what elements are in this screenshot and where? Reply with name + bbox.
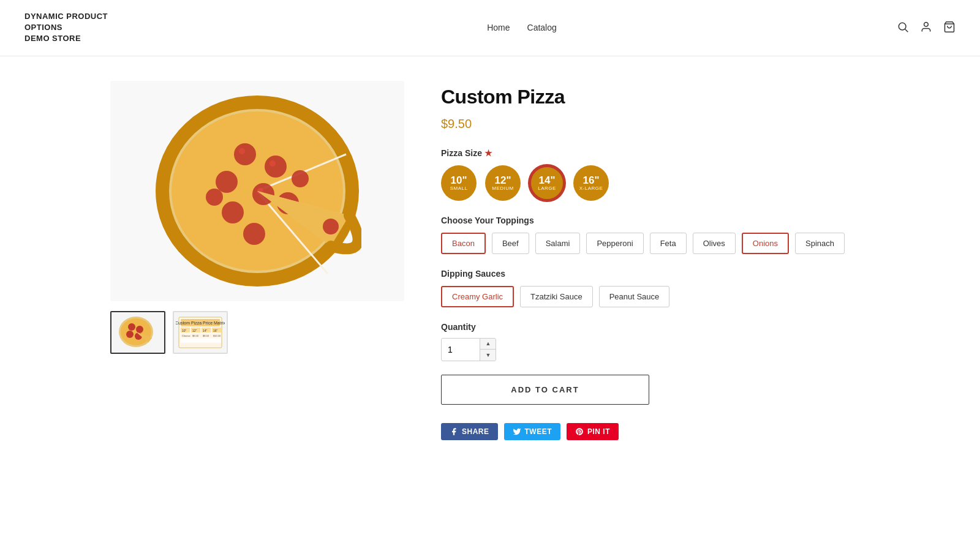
svg-line-1 [905, 29, 908, 32]
svg-text:14": 14" [203, 329, 208, 332]
share-pinterest-button[interactable]: PIN IT [567, 423, 619, 440]
add-to-cart-button[interactable]: ADD TO CART [441, 375, 649, 405]
sauce-peanut[interactable]: Peanut Sauce [599, 286, 670, 307]
sauces-buttons: Creamy Garlic Tzatziki Sauce Peanut Sauc… [441, 286, 870, 307]
topping-salami[interactable]: Salami [535, 233, 581, 254]
svg-point-18 [239, 148, 245, 154]
size-options: 10" SMALL 12" MEDIUM 14" LARGE 16" X-LAR… [441, 165, 870, 201]
toppings-label: Choose Your Toppings [441, 216, 870, 225]
sauces-section: Dipping Sauces Creamy Garlic Tzatziki Sa… [441, 269, 870, 307]
size-10[interactable]: 10" SMALL [441, 165, 477, 201]
pizza-size-label: Pizza Size★ [441, 148, 870, 158]
toppings-section: Choose Your Toppings Bacon Beef Salami P… [441, 216, 870, 254]
size-12[interactable]: 12" MEDIUM [485, 165, 521, 201]
cart-icon[interactable] [943, 21, 956, 35]
nav-catalog[interactable]: Catalog [527, 23, 557, 32]
svg-text:Cheese: Cheese [182, 334, 191, 337]
quantity-label: Quantity [441, 322, 870, 332]
svg-point-11 [216, 171, 238, 193]
svg-text:Custom Pizza Price Matrix: Custom Pizza Price Matrix [176, 321, 225, 325]
share-facebook-button[interactable]: SHARE [441, 423, 498, 440]
svg-point-9 [234, 143, 256, 165]
product-details: Custom Pizza $9.50 Pizza Size★ 10" SMALL… [441, 81, 870, 440]
main-nav: Home Catalog [487, 23, 557, 32]
svg-text:$8.50: $8.50 [203, 334, 209, 337]
svg-point-0 [899, 23, 906, 30]
product-price: $9.50 [441, 117, 870, 131]
nav-home[interactable]: Home [487, 23, 510, 32]
quantity-down[interactable]: ▼ [480, 350, 496, 361]
login-icon[interactable] [920, 21, 932, 35]
svg-point-13 [222, 201, 244, 223]
svg-point-15 [243, 223, 265, 245]
quantity-input[interactable] [442, 340, 480, 359]
svg-point-2 [924, 22, 929, 26]
store-name: DYNAMIC PRODUCT OPTIONS DEMO STORE [24, 11, 147, 45]
thumbnail-1[interactable] [110, 311, 165, 354]
topping-spinach[interactable]: Spinach [795, 233, 845, 254]
svg-point-17 [292, 170, 309, 187]
thumbnail-2[interactable]: Custom Pizza Price Matrix 10" 12" 14" 16… [173, 311, 228, 354]
svg-text:10": 10" [182, 329, 187, 332]
pizza-size-section: Pizza Size★ 10" SMALL 12" MEDIUM 14" LAR… [441, 148, 870, 201]
svg-point-26 [126, 331, 134, 338]
svg-text:16": 16" [213, 329, 218, 332]
quantity-section: Quantity ▲ ▼ [441, 322, 870, 361]
pizza-illustration [153, 93, 361, 289]
topping-feta[interactable]: Feta [650, 233, 687, 254]
svg-point-24 [128, 323, 135, 331]
size-16[interactable]: 16" X-LARGE [573, 165, 609, 201]
svg-point-10 [265, 156, 287, 178]
required-star: ★ [484, 148, 492, 158]
quantity-spinners: ▲ ▼ [480, 339, 496, 361]
svg-point-21 [323, 219, 339, 234]
svg-text:12": 12" [192, 329, 197, 332]
svg-point-19 [270, 160, 276, 167]
main-content: Custom Pizza Price Matrix 10" 12" 14" 16… [61, 56, 919, 465]
svg-point-25 [136, 326, 143, 333]
main-product-image [110, 81, 404, 301]
header-icons [897, 21, 956, 35]
social-share: SHARE TWEET PIN IT [441, 423, 870, 440]
quantity-input-wrap: ▲ ▼ [441, 338, 496, 361]
sauce-creamy-garlic[interactable]: Creamy Garlic [441, 286, 514, 307]
quantity-up[interactable]: ▲ [480, 339, 496, 350]
topping-pepperoni[interactable]: Pepperoni [586, 233, 643, 254]
svg-text:$6.50: $6.50 [192, 334, 199, 337]
svg-text:$10.50: $10.50 [213, 334, 221, 337]
product-images: Custom Pizza Price Matrix 10" 12" 14" 16… [110, 81, 404, 440]
topping-olives[interactable]: Olives [693, 233, 736, 254]
product-title: Custom Pizza [441, 86, 870, 108]
toppings-buttons: Bacon Beef Salami Pepperoni Feta Olives … [441, 233, 870, 254]
size-14[interactable]: 14" LARGE [529, 165, 565, 201]
share-twitter-button[interactable]: TWEET [504, 423, 561, 440]
topping-bacon[interactable]: Bacon [441, 233, 486, 254]
topping-onions[interactable]: Onions [742, 233, 789, 254]
header: DYNAMIC PRODUCT OPTIONS DEMO STORE Home … [0, 0, 980, 56]
thumbnail-list: Custom Pizza Price Matrix 10" 12" 14" 16… [110, 311, 404, 354]
svg-rect-40 [181, 339, 221, 342]
svg-point-16 [206, 189, 223, 206]
sauces-label: Dipping Sauces [441, 269, 870, 279]
svg-rect-41 [181, 343, 221, 347]
search-icon[interactable] [897, 21, 909, 35]
topping-beef[interactable]: Beef [492, 233, 529, 254]
sauce-tzatziki[interactable]: Tzatziki Sauce [520, 286, 593, 307]
